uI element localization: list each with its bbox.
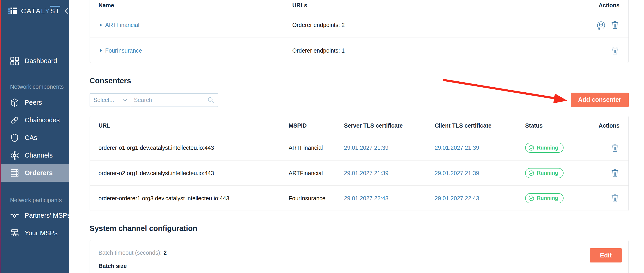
consenters-filter-bar: Select... bbox=[90, 93, 218, 107]
consenter-url: orderer-orderer1.org3.dev.catalyst.intel… bbox=[98, 195, 229, 201]
sidebar-item-channels[interactable]: Channels bbox=[0, 147, 69, 164]
consenters-table-header: URL MSPID Server TLS certificate Client … bbox=[90, 116, 628, 135]
consenter-url: orderer-o1.org1.dev.catalyst.intellecteu… bbox=[98, 144, 214, 151]
logo[interactable]: CATALYST bbox=[0, 0, 69, 22]
search-button[interactable] bbox=[204, 94, 218, 107]
chaincodes-link-icon bbox=[10, 116, 19, 125]
client-cert-link[interactable]: 29.01.2027 22:43 bbox=[435, 195, 479, 201]
search-icon bbox=[207, 97, 214, 104]
orgs-col-urls: URLs bbox=[292, 2, 307, 9]
system-channel-panel: Batch timeout (seconds):2 Batch size Edi… bbox=[90, 240, 629, 273]
cas-shield-icon bbox=[10, 133, 19, 142]
batch-timeout-row: Batch timeout (seconds):2 bbox=[98, 249, 166, 256]
sidebar-item-label: Dashboard bbox=[25, 57, 57, 65]
search-input[interactable] bbox=[130, 94, 204, 107]
client-cert-link[interactable]: 29.01.2027 21:39 bbox=[435, 170, 479, 176]
server-cert-link[interactable]: 29.01.2027 21:39 bbox=[344, 170, 388, 176]
channels-hub-icon bbox=[10, 151, 19, 160]
check-circle-icon bbox=[528, 145, 534, 151]
col-actions: Actions bbox=[598, 122, 620, 129]
cube-logo-icon bbox=[8, 6, 17, 16]
your-msps-orgchart-icon bbox=[10, 229, 19, 238]
sidebar-item-cas[interactable]: CAs bbox=[0, 129, 69, 147]
col-server-tls: Server TLS certificate bbox=[344, 122, 403, 129]
sidebar: CATALYST Dashboard Network components Pe… bbox=[0, 0, 69, 273]
col-url: URL bbox=[98, 122, 110, 129]
table-row: orderer-o1.org1.dev.catalyst.intellecteu… bbox=[90, 135, 628, 160]
consenter-mspid: ARTFinancial bbox=[289, 144, 323, 151]
trash-icon[interactable] bbox=[610, 143, 620, 153]
sidebar-item-label: Orderers bbox=[25, 169, 53, 177]
sidebar-item-chaincodes[interactable]: Chaincodes bbox=[0, 111, 69, 129]
annotation-arrow bbox=[434, 76, 576, 107]
consenter-mspid: ARTFinancial bbox=[289, 170, 323, 176]
consenter-url: orderer-o2.org1.dev.catalyst.intellecteu… bbox=[98, 170, 214, 176]
org-urls-cell: Orderer endpoints: 2 bbox=[292, 22, 344, 28]
expand-triangle-icon[interactable] bbox=[100, 23, 102, 27]
server-cert-link[interactable]: 29.01.2027 21:39 bbox=[344, 144, 388, 151]
status-badge: Running bbox=[525, 168, 564, 178]
sidebar-item-label: Partners’ MSPs bbox=[25, 212, 70, 219]
edit-button[interactable]: Edit bbox=[590, 248, 622, 262]
status-badge: Running bbox=[525, 143, 564, 153]
trash-icon[interactable] bbox=[610, 20, 620, 30]
batch-size-label: Batch size bbox=[98, 263, 127, 269]
consenter-mspid: FourInsurance bbox=[289, 195, 326, 201]
expand-triangle-icon[interactable] bbox=[100, 49, 102, 52]
sidebar-section-network-participants: Network participants bbox=[0, 197, 69, 203]
org-name-link[interactable]: ARTFinancial bbox=[100, 22, 140, 28]
consenters-heading: Consenters bbox=[90, 76, 131, 85]
col-status: Status bbox=[525, 122, 542, 129]
sidebar-item-partners-msps[interactable]: Partners’ MSPs bbox=[0, 207, 69, 224]
sidebar-item-label: Your MSPs bbox=[25, 229, 58, 237]
consenters-table: URL MSPID Server TLS certificate Client … bbox=[90, 116, 629, 211]
col-client-tls: Client TLS certificate bbox=[435, 122, 492, 129]
peers-cube-icon bbox=[10, 98, 19, 107]
table-row: orderer-orderer1.org3.dev.catalyst.intel… bbox=[90, 185, 628, 211]
org-name-link[interactable]: FourInsurance bbox=[100, 47, 142, 54]
sidebar-item-orderers[interactable]: Orderers bbox=[0, 164, 69, 182]
screen-edge-strip bbox=[0, 0, 1, 273]
sidebar-section-network-components: Network components bbox=[0, 83, 69, 90]
orgs-table-header: Name URLs Actions bbox=[90, 0, 628, 12]
batch-timeout-label: Batch timeout (seconds): bbox=[98, 249, 162, 256]
orderer-organizations-table: Name URLs Actions ARTFinancial Orderer e… bbox=[90, 0, 629, 63]
sidebar-item-label: Peers bbox=[25, 99, 42, 106]
orderers-stack-icon bbox=[10, 168, 19, 178]
collapse-sidebar-chevron-icon[interactable] bbox=[64, 8, 70, 15]
client-cert-link[interactable]: 29.01.2027 21:39 bbox=[435, 144, 479, 151]
orgs-col-name: Name bbox=[98, 2, 114, 9]
orgs-col-actions: Actions bbox=[598, 2, 620, 9]
check-circle-icon bbox=[528, 195, 534, 201]
search-field-wrap bbox=[130, 94, 204, 107]
trash-icon[interactable] bbox=[610, 193, 620, 203]
redeploy-icon[interactable] bbox=[596, 20, 606, 30]
org-urls-cell: Orderer endpoints: 1 bbox=[292, 47, 344, 54]
table-row: ARTFinancial Orderer endpoints: 2 bbox=[90, 12, 628, 38]
table-row: orderer-o2.org1.dev.catalyst.intellecteu… bbox=[90, 160, 628, 185]
system-channel-heading: System channel configuration bbox=[90, 224, 197, 233]
sidebar-item-label: CAs bbox=[25, 134, 37, 142]
add-consenter-button[interactable]: Add consenter bbox=[571, 93, 629, 107]
status-badge: Running bbox=[525, 193, 564, 203]
dashboard-icon bbox=[10, 57, 19, 66]
trash-icon[interactable] bbox=[610, 46, 620, 56]
trash-icon[interactable] bbox=[610, 168, 620, 178]
batch-timeout-value: 2 bbox=[164, 249, 167, 256]
app-root: CATALYST Dashboard Network components Pe… bbox=[0, 0, 644, 273]
sidebar-item-your-msps[interactable]: Your MSPs bbox=[0, 224, 69, 242]
filter-select[interactable]: Select... bbox=[90, 94, 130, 107]
check-circle-icon bbox=[528, 170, 534, 176]
logo-wordmark: CATALYST bbox=[21, 7, 60, 15]
partners-handshake-icon bbox=[10, 211, 19, 220]
col-mspid: MSPID bbox=[289, 122, 307, 129]
server-cert-link[interactable]: 29.01.2027 22:43 bbox=[344, 195, 388, 201]
table-row: FourInsurance Orderer endpoints: 1 bbox=[90, 38, 628, 63]
filter-select-value: Select... bbox=[94, 97, 114, 103]
sidebar-item-dashboard[interactable]: Dashboard bbox=[0, 52, 69, 70]
sidebar-item-label: Chaincodes bbox=[25, 116, 60, 124]
chevron-down-icon bbox=[123, 99, 127, 102]
sidebar-item-label: Channels bbox=[25, 152, 53, 159]
sidebar-item-peers[interactable]: Peers bbox=[0, 94, 69, 111]
